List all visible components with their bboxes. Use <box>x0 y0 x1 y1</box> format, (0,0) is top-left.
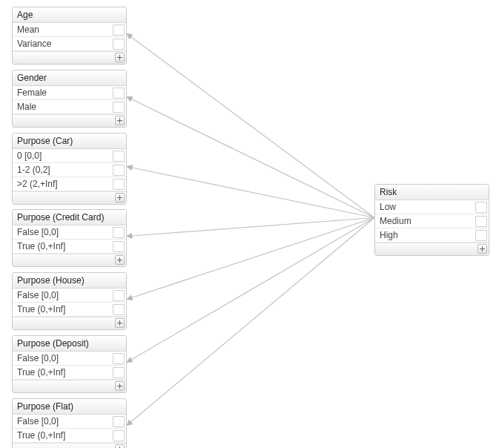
row-value-box[interactable] <box>475 202 487 213</box>
row-label: Male <box>17 101 110 113</box>
row-label: False [0,0] <box>17 226 110 238</box>
node-deposit[interactable]: Purpose (Deposit)False [0,0]True (0,+Inf… <box>12 335 127 393</box>
node-footer <box>13 114 126 127</box>
row-label: Variance <box>17 38 110 50</box>
node-gender[interactable]: GenderFemaleMale <box>12 70 127 128</box>
row-label: True (0,+Inf] <box>17 303 110 315</box>
node-row[interactable]: False [0,0] <box>13 225 126 240</box>
plus-icon[interactable] <box>115 255 125 265</box>
node-footer <box>13 317 126 329</box>
node-row[interactable]: 1-2 (0,2] <box>13 163 126 177</box>
node-house[interactable]: Purpose (House)False [0,0]True (0,+Inf] <box>12 272 127 330</box>
row-value-box[interactable] <box>113 102 125 113</box>
row-value-box[interactable] <box>113 241 125 252</box>
node-row[interactable]: >2 (2,+Inf] <box>13 177 126 191</box>
node-row[interactable]: True (0,+Inf] <box>13 366 126 380</box>
node-age[interactable]: AgeMeanVariance <box>12 7 127 65</box>
row-label: Mean <box>17 24 110 36</box>
node-title[interactable]: Purpose (Deposit) <box>13 336 126 352</box>
plus-icon[interactable] <box>477 244 487 254</box>
node-title[interactable]: Purpose (Credit Card) <box>13 210 126 225</box>
plus-icon[interactable] <box>115 444 125 448</box>
edge-risk-to-gender <box>127 97 374 218</box>
node-car[interactable]: Purpose (Car)0 [0,0]1-2 (0,2]>2 (2,+Inf] <box>12 133 127 205</box>
edge-risk-to-flat <box>127 218 374 426</box>
plus-icon[interactable] <box>115 193 125 202</box>
node-row[interactable]: Male <box>13 100 126 114</box>
node-row[interactable]: True (0,+Inf] <box>13 240 126 254</box>
node-row[interactable]: Low <box>375 200 489 214</box>
row-value-box[interactable] <box>113 227 125 238</box>
node-title[interactable]: Purpose (Flat) <box>13 399 126 415</box>
node-row[interactable]: True (0,+Inf] <box>13 429 126 443</box>
row-label: True (0,+Inf] <box>17 240 110 252</box>
row-value-box[interactable] <box>475 216 487 227</box>
node-row[interactable]: Female <box>13 86 126 100</box>
row-label: False [0,0] <box>17 415 110 427</box>
node-footer <box>13 191 126 204</box>
row-value-box[interactable] <box>475 230 487 241</box>
node-title[interactable]: Gender <box>13 70 126 86</box>
node-footer <box>375 243 489 255</box>
node-title[interactable]: Purpose (House) <box>13 273 126 289</box>
plus-icon[interactable] <box>115 53 125 62</box>
node-row[interactable]: High <box>375 228 489 243</box>
node-row[interactable]: False [0,0] <box>13 352 126 366</box>
row-value-box[interactable] <box>113 430 125 441</box>
node-title[interactable]: Purpose (Car) <box>13 134 126 149</box>
node-footer <box>13 254 126 266</box>
plus-icon[interactable] <box>115 381 125 391</box>
row-label: Low <box>380 201 472 213</box>
row-value-box[interactable] <box>113 353 125 364</box>
row-value-box[interactable] <box>113 367 125 378</box>
row-label: High <box>380 229 472 241</box>
node-cc[interactable]: Purpose (Credit Card)False [0,0]True (0,… <box>12 209 127 267</box>
row-label: True (0,+Inf] <box>17 429 110 441</box>
row-label: Female <box>17 87 110 99</box>
node-footer <box>13 443 126 448</box>
row-label: 1-2 (0,2] <box>17 164 110 176</box>
node-title[interactable]: Age <box>13 7 126 23</box>
row-label: 0 [0,0] <box>17 150 110 162</box>
row-value-box[interactable] <box>113 290 125 301</box>
row-label: False [0,0] <box>17 289 110 301</box>
node-row[interactable]: Medium <box>375 214 489 228</box>
row-label: >2 (2,+Inf] <box>17 178 110 190</box>
node-title[interactable]: Risk <box>375 185 489 200</box>
row-value-box[interactable] <box>113 39 125 50</box>
row-label: True (0,+Inf] <box>17 366 110 378</box>
edge-risk-to-house <box>127 218 374 300</box>
plus-icon[interactable] <box>115 116 125 125</box>
row-label: Medium <box>380 215 472 227</box>
row-value-box[interactable] <box>113 151 125 162</box>
edge-risk-to-deposit <box>127 218 374 363</box>
row-value-box[interactable] <box>113 88 125 99</box>
node-row[interactable]: False [0,0] <box>13 289 126 303</box>
node-footer <box>13 380 126 392</box>
edge-risk-to-age <box>127 34 374 218</box>
row-value-box[interactable] <box>113 165 125 176</box>
node-row[interactable]: Variance <box>13 37 126 51</box>
row-value-box[interactable] <box>113 416 125 427</box>
row-value-box[interactable] <box>113 304 125 315</box>
node-flat[interactable]: Purpose (Flat)False [0,0]True (0,+Inf] <box>12 398 127 448</box>
row-label: False [0,0] <box>17 352 110 364</box>
plus-icon[interactable] <box>115 318 125 328</box>
node-risk[interactable]: RiskLowMediumHigh <box>374 184 489 256</box>
node-row[interactable]: Mean <box>13 23 126 37</box>
row-value-box[interactable] <box>113 24 125 36</box>
node-footer <box>13 51 126 64</box>
row-value-box[interactable] <box>113 179 125 190</box>
edge-risk-to-car <box>127 167 374 218</box>
node-row[interactable]: False [0,0] <box>13 415 126 429</box>
node-row[interactable]: True (0,+Inf] <box>13 303 126 317</box>
node-row[interactable]: 0 [0,0] <box>13 149 126 163</box>
edge-risk-to-cc <box>127 218 374 237</box>
